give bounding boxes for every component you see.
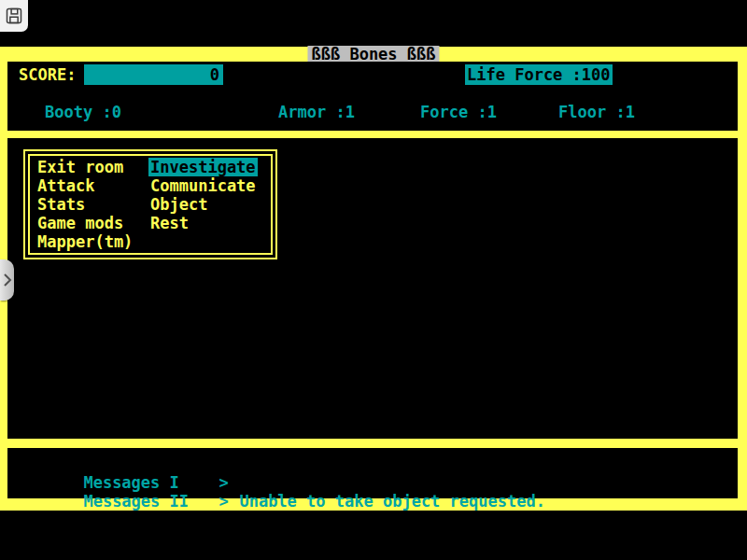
messages-1-label: Messages I <box>83 473 218 492</box>
message-line-1: Messages I> <box>26 455 738 473</box>
chevron-right-icon <box>2 273 13 287</box>
selected-menu-item[interactable]: Investigate <box>148 158 258 176</box>
app-root: { "toolbar": { "save_icon": "floppy-disk… <box>0 0 747 560</box>
menu-row: Exit room Investigate <box>37 158 271 176</box>
messages-2-text: Unable to take object requested. <box>239 492 545 511</box>
messages-2-label: Messages II <box>83 492 218 511</box>
life-force-bar: Life Force :100 <box>465 64 613 85</box>
main-panel: Exit room Investigate Attack Communicate… <box>7 138 738 439</box>
menu-item-stats[interactable]: Stats <box>37 195 150 214</box>
menu-item-communicate[interactable]: Communicate <box>150 176 256 195</box>
stat-force: Force :1 <box>420 103 497 121</box>
status-panel: SCORE: 0 Life Force :100 Booty :0 Armor … <box>7 62 738 131</box>
sidebar-expand-tab[interactable] <box>0 259 14 301</box>
command-menu-inner: Exit room Investigate Attack Communicate… <box>28 154 273 255</box>
menu-item-mapper[interactable]: Mapper(tm) <box>37 232 150 251</box>
menu-item-rest[interactable]: Rest <box>150 214 189 232</box>
stat-armor: Armor :1 <box>278 103 355 121</box>
menu-row: Mapper(tm) <box>37 232 271 251</box>
menu-row: Stats Object <box>37 195 271 214</box>
score-value: 0 <box>210 65 219 84</box>
game-title: ßßß Bones ßßß <box>307 46 439 63</box>
menu-item-object[interactable]: Object <box>150 195 207 214</box>
stat-floor: Floor :1 <box>558 103 635 121</box>
messages-2-prompt: > <box>218 492 239 511</box>
score-bar: 0 <box>84 64 223 85</box>
messages-panel: Messages I> Messages II>Unable to take o… <box>7 448 738 498</box>
menu-item-game-mods[interactable]: Game mods <box>37 214 150 232</box>
save-button[interactable] <box>0 0 28 32</box>
stat-booty: Booty :0 <box>45 103 121 121</box>
command-menu: Exit room Investigate Attack Communicate… <box>23 149 277 259</box>
menu-item-attack[interactable]: Attack <box>37 176 150 195</box>
menu-row: Game mods Rest <box>37 214 271 232</box>
floppy-disk-icon <box>5 7 23 25</box>
messages-1-prompt: > <box>218 473 239 492</box>
game-screen: ßßß Bones ßßß SCORE: 0 Life Force :100 B… <box>0 47 747 511</box>
menu-row: Attack Communicate <box>37 176 271 195</box>
menu-item-exit-room[interactable]: Exit room <box>37 158 150 176</box>
menu-item-investigate[interactable]: Investigate <box>150 158 258 176</box>
score-label: SCORE: <box>19 65 76 84</box>
